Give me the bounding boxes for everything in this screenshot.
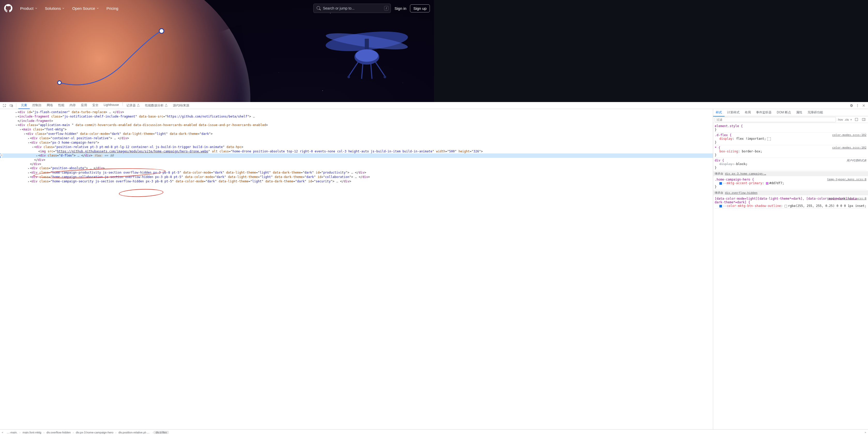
svg-point-6 <box>355 49 378 62</box>
disclosure-triangle-icon[interactable]: ▸ <box>36 154 38 158</box>
disclosure-triangle-icon[interactable]: ▸ <box>15 115 18 119</box>
flex-badge: flex <box>94 154 103 157</box>
sign-up-button[interactable]: Sign up <box>410 4 430 12</box>
flask-icon <box>165 104 168 107</box>
devtools-panel: 元素控制台网络性能内存应用安全Lighthouse记录器 性能数据分析 源代码/… <box>0 102 434 218</box>
element-node[interactable]: ▸<div class="d-flex"> … </div>flex== $0 <box>2 154 434 158</box>
disclosure-triangle-icon[interactable]: ▸ <box>27 179 30 183</box>
nav-open-source[interactable]: Open Source <box>69 4 102 13</box>
element-node[interactable]: </div> <box>2 162 434 166</box>
nav-solutions[interactable]: Solutions <box>42 4 68 13</box>
devtools-tab[interactable]: 内存 <box>67 102 78 109</box>
devtools-tab[interactable]: 网络 <box>44 102 56 109</box>
devtools-tab[interactable]: 控制台 <box>30 102 44 109</box>
element-node[interactable]: ▸<div class="container-xl position-relat… <box>2 136 434 140</box>
search-box[interactable]: / <box>313 4 391 13</box>
element-node[interactable]: ▸<div class="home-campaign-collaboration… <box>2 175 434 179</box>
github-logo-icon[interactable] <box>4 4 12 12</box>
svg-point-8 <box>383 76 386 78</box>
devtools-tab[interactable]: 元素 <box>18 102 30 109</box>
chevron-down-icon <box>96 7 99 10</box>
nav-pricing[interactable]: Pricing <box>103 4 122 13</box>
element-node[interactable]: ▾<main class="font-mktg"> <box>2 127 434 132</box>
element-node[interactable]: ▸<div class="home-campaign-productivity … <box>2 170 434 175</box>
disclosure-triangle-icon[interactable]: ▸ <box>15 110 18 114</box>
devtools-tab[interactable]: 源代码/来源 <box>170 102 192 109</box>
devtools-tabbar: 元素控制台网络性能内存应用安全Lighthouse记录器 性能数据分析 源代码/… <box>0 102 434 109</box>
svg-point-7 <box>347 76 350 78</box>
device-toolbar-icon[interactable] <box>8 103 14 108</box>
devtools-tab[interactable]: 记录器 <box>124 102 143 109</box>
element-node[interactable]: </include-fragment> <box>2 119 434 123</box>
nav-product[interactable]: Product <box>17 4 41 13</box>
devtools-tab[interactable]: 安全 <box>90 102 101 109</box>
element-node[interactable]: ▾<div class="position-relative pt-3 pt-m… <box>2 145 434 149</box>
element-node[interactable]: ▾<div class="px-3 home-campaign-hero"> <box>2 140 434 145</box>
devtools-tab[interactable]: Lighthouse <box>101 102 122 109</box>
star <box>279 72 279 73</box>
disclosure-triangle-icon[interactable]: ▸ <box>27 136 30 140</box>
search-icon <box>317 6 321 10</box>
element-node[interactable]: ▾<div class="overflow-hidden" data-color… <box>2 132 434 136</box>
slash-hint: / <box>384 6 389 10</box>
disclosure-triangle-icon[interactable]: ▸ <box>27 175 30 179</box>
inspect-element-icon[interactable] <box>2 103 7 108</box>
disclosure-triangle-icon[interactable]: ▾ <box>15 123 18 127</box>
devtools-tab[interactable]: 应用 <box>78 102 90 109</box>
disclosure-triangle-icon[interactable]: ▾ <box>32 145 34 149</box>
disclosure-triangle-icon[interactable]: ▾ <box>19 128 22 132</box>
element-node[interactable]: ▸<include-fragment class="js-notificatio… <box>2 114 434 119</box>
gutter-overflow-icon: ⋯ <box>0 154 3 157</box>
annotation-circle <box>119 188 164 198</box>
github-header: ProductSolutionsOpen SourcePricing / Sig… <box>0 0 434 16</box>
hero-drone <box>323 26 411 83</box>
primary-nav: ProductSolutionsOpen SourcePricing <box>17 4 122 13</box>
element-node[interactable]: </div> <box>2 158 434 162</box>
disclosure-triangle-icon[interactable]: ▸ <box>27 171 30 175</box>
star <box>322 91 323 91</box>
search-input[interactable] <box>323 6 384 10</box>
elements-tree[interactable]: ▸<div id="js-flash-container" data-turbo… <box>0 109 434 218</box>
chevron-down-icon <box>35 7 38 10</box>
element-node[interactable]: ▾<div class="application-main " data-com… <box>2 123 434 127</box>
disclosure-triangle-icon[interactable]: ▾ <box>23 132 26 136</box>
element-node[interactable]: ▸<div class="position-absolute"> … </div… <box>2 166 434 170</box>
element-node[interactable]: ▸<div id="js-flash-container" data-turbo… <box>2 110 434 114</box>
element-node[interactable]: <img src="https://github.githubassets.co… <box>2 149 434 154</box>
flask-icon <box>137 104 140 107</box>
github-hero: ProductSolutionsOpen SourcePricing / Sig… <box>0 0 434 102</box>
sign-in-link[interactable]: Sign in <box>395 6 406 10</box>
chevron-down-icon <box>62 7 65 10</box>
disclosure-triangle-icon[interactable]: ▸ <box>27 166 30 170</box>
disclosure-triangle-icon[interactable]: ▾ <box>27 141 30 145</box>
devtools-tab[interactable]: 性能数据分析 <box>143 102 170 109</box>
element-node[interactable]: ▸<div class="home-campaign-security js-s… <box>2 179 434 183</box>
dollar-zero: == $0 <box>104 154 114 157</box>
devtools-tab[interactable]: 性能 <box>56 102 67 109</box>
